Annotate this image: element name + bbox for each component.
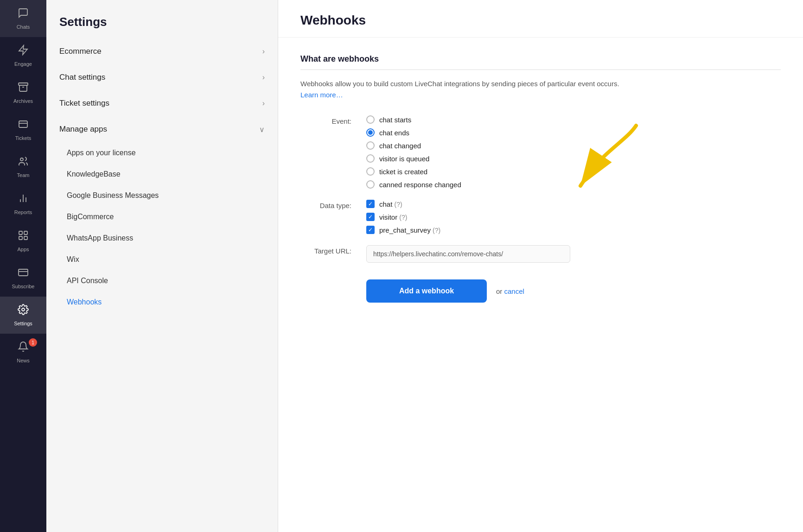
svg-rect-9 — [24, 231, 27, 234]
target-url-input[interactable] — [366, 245, 570, 263]
radio-circle-visitor-queued — [366, 154, 375, 163]
submenu-item-webhooks[interactable]: Webhooks — [46, 291, 278, 313]
settings-menu: Ecommerce › Chat settings › Ticket setti… — [46, 38, 278, 532]
radio-visitor-queued[interactable]: visitor is queued — [366, 154, 461, 163]
checkbox-label-visitor: visitor (?) — [379, 213, 407, 221]
radio-label-chat-ends: chat ends — [379, 129, 409, 137]
archives-icon — [18, 82, 29, 95]
submenu-item-bigcommerce[interactable]: BigCommerce — [46, 206, 278, 228]
settings-title: Settings — [46, 0, 278, 38]
page-title: Webhooks — [278, 0, 803, 38]
svg-point-4 — [20, 158, 23, 161]
radio-chat-starts[interactable]: chat starts — [366, 115, 461, 124]
chevron-down-icon: ∨ — [259, 125, 265, 134]
subscribe-icon — [18, 267, 29, 281]
svg-rect-11 — [24, 236, 27, 240]
menu-item-ticket-settings[interactable]: Ticket settings › — [46, 90, 278, 116]
submenu-item-api-console[interactable]: API Console — [46, 270, 278, 291]
reports-icon — [18, 193, 29, 207]
section-title: What are webhooks — [300, 54, 781, 64]
nav-label-apps: Apps — [17, 247, 29, 252]
nav-item-apps[interactable]: Apps — [0, 222, 46, 260]
checkbox-box-visitor: ✓ — [366, 213, 375, 221]
radio-label-ticket-created: ticket is created — [379, 168, 427, 176]
event-label: Event: — [300, 115, 351, 125]
radio-label-chat-starts: chat starts — [379, 116, 411, 124]
radio-circle-chat-starts — [366, 115, 375, 124]
svg-rect-10 — [19, 236, 22, 240]
add-webhook-button[interactable]: Add a webhook — [366, 279, 487, 303]
radio-circle-chat-ends — [366, 128, 375, 137]
nav-item-team[interactable]: Team — [0, 148, 46, 185]
menu-label-manage-apps: Manage apps — [59, 125, 107, 134]
nav-label-team: Team — [17, 172, 30, 178]
svg-rect-2 — [19, 121, 27, 127]
radio-label-canned-response: canned response changed — [379, 181, 461, 189]
menu-item-manage-apps[interactable]: Manage apps ∨ — [46, 116, 278, 142]
submenu-item-knowledgebase[interactable]: KnowledgeBase — [46, 164, 278, 185]
radio-label-chat-changed: chat changed — [379, 142, 421, 150]
checkbox-chat[interactable]: ✓ chat (?) — [366, 200, 440, 208]
nav-item-news[interactable]: 1 News — [0, 334, 46, 371]
checkbox-label-pre-chat: pre_chat_survey (?) — [379, 226, 440, 234]
nav-item-tickets[interactable]: Tickets — [0, 111, 46, 148]
nav-sidebar: Chats Engage Archives Tickets — [0, 0, 46, 532]
cancel-text: or cancel — [496, 287, 524, 295]
settings-panel: Settings Ecommerce › Chat settings › Tic… — [46, 0, 278, 532]
hint-chat: (?) — [395, 201, 402, 208]
checkbox-box-pre-chat: ✓ — [366, 226, 375, 234]
radio-label-visitor-queued: visitor is queued — [379, 155, 429, 163]
menu-item-ecommerce[interactable]: Ecommerce › — [46, 38, 278, 64]
target-url-label: Target URL: — [300, 245, 351, 255]
data-type-label: Data type: — [300, 200, 351, 209]
learn-more-link[interactable]: Learn more… — [300, 91, 343, 99]
radio-circle-ticket-created — [366, 167, 375, 176]
submenu-item-google-business[interactable]: Google Business Messages — [46, 185, 278, 206]
nav-label-subscribe: Subscribe — [12, 284, 35, 289]
hint-visitor: (?) — [399, 214, 407, 221]
svg-rect-1 — [19, 83, 28, 85]
svg-rect-8 — [19, 231, 22, 234]
submenu-manage-apps: Apps on your license KnowledgeBase Googl… — [46, 142, 278, 313]
submenu-item-whatsapp[interactable]: WhatsApp Business — [46, 228, 278, 249]
nav-item-subscribe[interactable]: Subscribe — [0, 260, 46, 297]
radio-ticket-created[interactable]: ticket is created — [366, 167, 461, 176]
nav-label-engage: Engage — [14, 61, 32, 67]
menu-label-chat-settings: Chat settings — [59, 73, 105, 82]
radio-canned-response-changed[interactable]: canned response changed — [366, 180, 461, 189]
chevron-right-icon-3: › — [262, 99, 265, 108]
menu-item-chat-settings[interactable]: Chat settings › — [46, 64, 278, 90]
checkbox-pre-chat-survey[interactable]: ✓ pre_chat_survey (?) — [366, 226, 440, 234]
chats-icon — [18, 7, 29, 21]
nav-item-reports[interactable]: Reports — [0, 185, 46, 222]
radio-chat-ends[interactable]: chat ends — [366, 128, 461, 137]
radio-chat-changed[interactable]: chat changed — [366, 141, 461, 150]
nav-label-news: News — [17, 358, 30, 363]
nav-item-archives[interactable]: Archives — [0, 74, 46, 111]
svg-marker-0 — [19, 45, 27, 55]
event-row: Event: chat starts chat ends chat change… — [300, 115, 781, 189]
radio-circle-canned-response — [366, 180, 375, 189]
hint-pre-chat: (?) — [433, 227, 440, 234]
nav-item-engage[interactable]: Engage — [0, 37, 46, 74]
news-badge: 1 — [29, 338, 37, 347]
checkbox-label-chat: chat (?) — [379, 200, 402, 208]
nav-item-settings[interactable]: Settings — [0, 297, 46, 334]
submenu-item-apps-on-license[interactable]: Apps on your license — [46, 142, 278, 164]
svg-point-14 — [22, 308, 25, 311]
nav-item-chats[interactable]: Chats — [0, 0, 46, 37]
cancel-link[interactable]: cancel — [504, 287, 524, 295]
menu-label-ticket-settings: Ticket settings — [59, 99, 109, 108]
checkbox-box-chat: ✓ — [366, 200, 375, 208]
radio-circle-chat-changed — [366, 141, 375, 150]
nav-label-tickets: Tickets — [15, 135, 31, 141]
nav-label-settings: Settings — [14, 321, 32, 326]
main-content: Webhooks What are webhooks Webhooks allo… — [278, 0, 803, 532]
nav-label-archives: Archives — [13, 98, 33, 104]
engage-icon — [18, 44, 29, 58]
checkbox-visitor[interactable]: ✓ visitor (?) — [366, 213, 440, 221]
svg-rect-12 — [19, 269, 28, 276]
tickets-icon — [18, 119, 29, 133]
submenu-item-wix[interactable]: Wix — [46, 249, 278, 270]
settings-icon — [18, 304, 29, 318]
